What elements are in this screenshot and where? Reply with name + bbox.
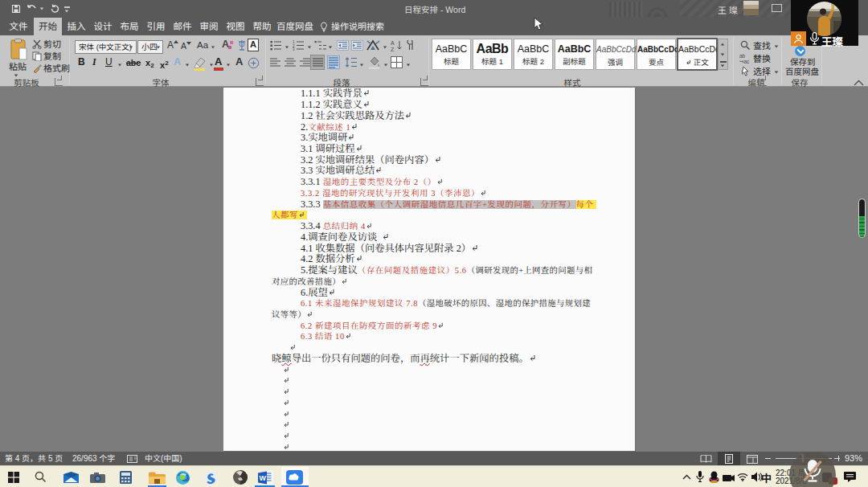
svg-text:Z: Z [391,47,395,51]
svg-text:3: 3 [293,47,295,51]
svg-text:A: A [391,40,395,46]
svg-text:ab: ab [739,53,746,59]
svg-text:W: W [260,474,267,482]
svg-text:↪ac: ↪ac [739,59,750,63]
